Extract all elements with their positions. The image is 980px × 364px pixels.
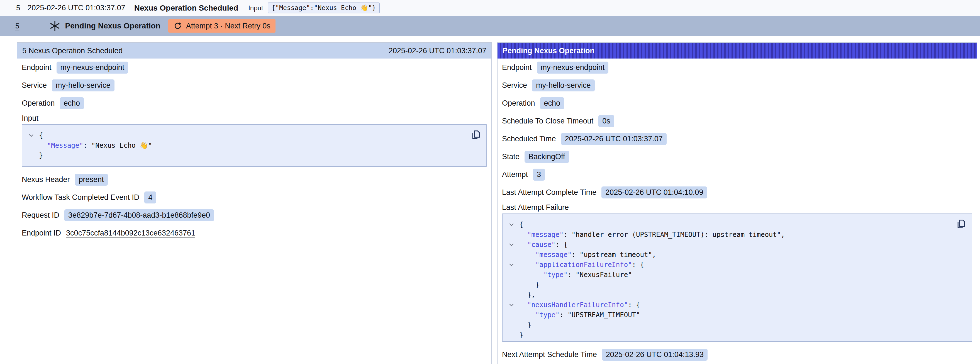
code-gutter	[509, 290, 519, 300]
scheduled-panel-header: 5 Nexus Operation Scheduled 2025-02-26 U…	[17, 43, 492, 59]
field-row: Last Attempt Complete Time2025-02-26 UTC…	[502, 184, 972, 201]
pending-asterisk-icon	[49, 20, 60, 32]
code-text: }	[519, 280, 539, 290]
code-gutter	[509, 330, 519, 340]
input-section-label: Input	[22, 112, 487, 124]
field-label: Service	[22, 81, 47, 90]
copy-input-button[interactable]	[470, 129, 481, 141]
code-line: "type": "UPSTREAM_TIMEOUT"	[509, 310, 966, 320]
collapse-chevron-icon[interactable]	[509, 220, 519, 230]
pending-fields-bottom: Next Attempt Schedule Time2025-02-26 UTC…	[502, 346, 972, 364]
event-input-preview-chip[interactable]: {"Message":"Nexus Echo 👋"}	[268, 3, 380, 13]
copy-icon	[956, 218, 967, 230]
code-line: {	[509, 220, 966, 230]
collapse-chevron-icon[interactable]	[509, 300, 519, 310]
code-text: "applicationFailureInfo": {	[519, 260, 644, 270]
code-line: "Message": "Nexus Echo 👋"	[29, 140, 480, 150]
pending-operation-panel: Pending Nexus Operation Endpointmy-nexus…	[497, 42, 977, 364]
code-line: }	[29, 150, 480, 161]
input-json-lines: { "Message": "Nexus Echo 👋"}	[29, 131, 480, 161]
field-row: Endpoint ID3c0c75ccfa8144b092c13ce632463…	[22, 224, 487, 242]
field-value-badge: my-nexus-endpoint	[57, 62, 129, 73]
code-text: "message": "handler error (UPSTREAM_TIME…	[519, 230, 785, 240]
field-value-badge: my-nexus-endpoint	[537, 62, 609, 73]
code-line: }	[509, 320, 966, 330]
field-label: Operation	[502, 99, 535, 108]
failure-json-lines: { "message": "handler error (UPSTREAM_TI…	[509, 220, 966, 340]
code-line: }	[509, 280, 966, 290]
field-label: Nexus Header	[22, 175, 70, 184]
field-value-badge: 2025-02-26 UTC 01:03:37.07	[561, 133, 667, 145]
input-json-viewer: { "Message": "Nexus Echo 👋"}	[22, 124, 487, 167]
field-label: Schedule To Close Timeout	[502, 117, 593, 125]
code-gutter	[509, 310, 519, 320]
event-id-link[interactable]: 5	[16, 4, 20, 12]
code-text: "nexusHandlerFailureInfo": {	[519, 300, 640, 310]
code-text: "Message": "Nexus Echo 👋"	[39, 140, 152, 150]
copy-icon	[470, 129, 481, 141]
pending-operation-title: Pending Nexus Operation	[65, 21, 160, 30]
field-label: Operation	[22, 99, 55, 108]
field-label: Request ID	[22, 211, 59, 220]
code-line: },	[509, 290, 966, 300]
code-line: {	[29, 131, 480, 140]
field-row: Servicemy-hello-service	[502, 77, 972, 94]
code-line: "message": "upstream timeout",	[509, 250, 966, 260]
code-line: "applicationFailureInfo": {	[509, 260, 966, 270]
field-value-badge: present	[75, 174, 108, 186]
failure-section-label: Last Attempt Failure	[502, 201, 972, 214]
pending-fields-top: Endpointmy-nexus-endpointServicemy-hello…	[502, 59, 972, 201]
scheduled-fields-top: Endpointmy-nexus-endpointServicemy-hello…	[22, 59, 487, 112]
code-text: {	[519, 220, 523, 230]
scheduled-panel-title: 5 Nexus Operation Scheduled	[22, 46, 123, 55]
collapse-chevron-icon[interactable]	[509, 240, 519, 250]
field-value-badge: BackingOff	[525, 151, 569, 163]
field-row: Endpointmy-nexus-endpoint	[502, 59, 972, 77]
field-row: Servicemy-hello-service	[22, 77, 487, 94]
code-line: "type": "NexusFailure"	[509, 270, 966, 280]
pending-panel-title: Pending Nexus Operation	[503, 46, 595, 55]
field-row: Attempt3	[502, 166, 972, 184]
code-gutter	[509, 280, 519, 290]
field-label: Service	[502, 81, 527, 90]
event-summary-row[interactable]: 5 2025-02-26 UTC 01:03:37.07 Nexus Opera…	[0, 0, 980, 16]
collapse-chevron-icon[interactable]	[29, 131, 39, 140]
field-row: Schedule To Close Timeout0s	[502, 112, 972, 130]
field-value-badge: 0s	[598, 115, 614, 127]
field-value-badge: 2025-02-26 UTC 01:04:13.93	[602, 349, 708, 361]
scheduled-event-panel: 5 Nexus Operation Scheduled 2025-02-26 U…	[17, 42, 492, 364]
copy-failure-button[interactable]	[956, 218, 967, 230]
field-row: Operationecho	[502, 94, 972, 112]
code-line: "message": "handler error (UPSTREAM_TIME…	[509, 230, 966, 240]
field-value-link[interactable]: 3c0c75ccfa8144b092c13ce632463761	[66, 229, 195, 238]
field-value-badge: echo	[540, 97, 565, 109]
code-line: "cause": {	[509, 240, 966, 250]
event-timestamp: 2025-02-26 UTC 01:03:37.07	[27, 4, 125, 12]
collapse-chevron-icon[interactable]	[509, 260, 519, 270]
code-line: }	[509, 330, 966, 340]
code-text: },	[519, 290, 535, 300]
scheduled-panel-timestamp: 2025-02-26 UTC 01:03:37.07	[388, 46, 486, 55]
field-label: Attempt	[502, 170, 528, 179]
retry-icon	[173, 21, 182, 30]
field-value-badge: echo	[60, 97, 84, 109]
pending-event-id-link[interactable]: 5	[15, 22, 19, 30]
attempt-retry-badge[interactable]: Attempt 3 · Next Retry 0s	[168, 19, 275, 33]
field-label: Workflow Task Completed Event ID	[22, 193, 139, 202]
code-text: }	[39, 150, 43, 161]
failure-json-viewer: { "message": "handler error (UPSTREAM_TI…	[502, 214, 972, 342]
field-row: Nexus Headerpresent	[22, 171, 487, 188]
code-gutter	[509, 320, 519, 330]
field-label: Endpoint	[502, 63, 532, 72]
field-label: State	[502, 152, 520, 161]
field-row: Workflow Task Completed Event ID4	[22, 188, 487, 206]
pending-operation-row[interactable]: 5 Pending Nexus Operation Attempt 3 · Ne…	[0, 16, 980, 36]
code-text: "cause": {	[519, 240, 568, 250]
field-row: Operationecho	[22, 94, 487, 112]
field-value-badge: 2025-02-26 UTC 01:04:10.09	[601, 187, 707, 198]
field-row: Endpointmy-nexus-endpoint	[22, 59, 487, 77]
code-text: }	[519, 320, 531, 330]
field-label: Next Attempt Schedule Time	[502, 350, 597, 359]
code-text: }	[519, 330, 523, 340]
field-row: Scheduled Time2025-02-26 UTC 01:03:37.07	[502, 130, 972, 148]
